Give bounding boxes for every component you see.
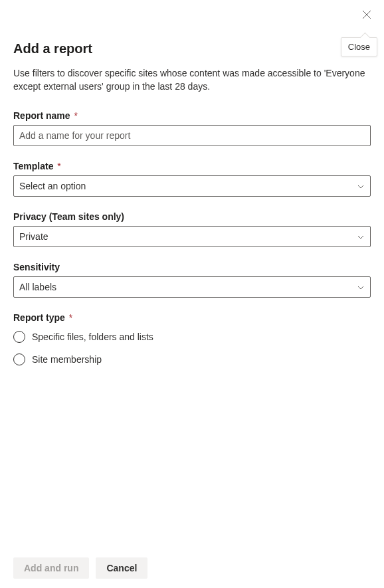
- report-type-radio-group: Specific files, folders and lists Site m…: [13, 331, 371, 365]
- close-button[interactable]: [360, 8, 373, 21]
- template-dropdown[interactable]: Select an option: [13, 175, 371, 197]
- radio-icon: [13, 353, 25, 365]
- chevron-down-icon: [357, 182, 365, 190]
- field-report-type: Report type * Specific files, folders an…: [13, 312, 371, 365]
- field-sensitivity: Sensitivity All labels: [13, 262, 371, 298]
- close-icon: [362, 10, 371, 19]
- privacy-dropdown[interactable]: Private: [13, 226, 371, 247]
- radio-option-site-membership[interactable]: Site membership: [13, 353, 371, 365]
- sensitivity-dropdown[interactable]: All labels: [13, 276, 371, 298]
- close-tooltip-text: Close: [348, 42, 370, 52]
- chevron-down-icon: [357, 283, 365, 291]
- cancel-button[interactable]: Cancel: [96, 557, 147, 579]
- report-name-input[interactable]: [13, 125, 371, 146]
- field-privacy: Privacy (Team sites only) Private: [13, 211, 371, 247]
- sensitivity-label: Sensitivity: [13, 262, 371, 272]
- report-name-label: Report name *: [13, 110, 371, 121]
- template-selected: Select an option: [19, 181, 86, 191]
- add-and-run-button[interactable]: Add and run: [13, 557, 89, 579]
- footer-actions: Add and run Cancel: [13, 557, 371, 579]
- radio-icon: [13, 331, 25, 343]
- sensitivity-selected: All labels: [19, 282, 56, 292]
- required-asterisk: *: [57, 161, 60, 171]
- radio-label: Site membership: [32, 354, 102, 365]
- chevron-down-icon: [357, 233, 365, 241]
- template-label: Template *: [13, 161, 371, 171]
- field-report-name: Report name *: [13, 110, 371, 146]
- close-tooltip: Close: [341, 37, 377, 56]
- report-type-label: Report type *: [13, 312, 371, 323]
- required-asterisk: *: [69, 312, 72, 323]
- radio-label: Specific files, folders and lists: [32, 332, 153, 342]
- field-template: Template * Select an option: [13, 161, 371, 197]
- privacy-selected: Private: [19, 231, 48, 242]
- privacy-label: Privacy (Team sites only): [13, 211, 371, 222]
- panel-description: Use filters to discover specific sites w…: [13, 67, 371, 93]
- radio-option-specific-files[interactable]: Specific files, folders and lists: [13, 331, 371, 343]
- panel-title: Add a report: [13, 41, 371, 56]
- required-asterisk: *: [74, 110, 77, 121]
